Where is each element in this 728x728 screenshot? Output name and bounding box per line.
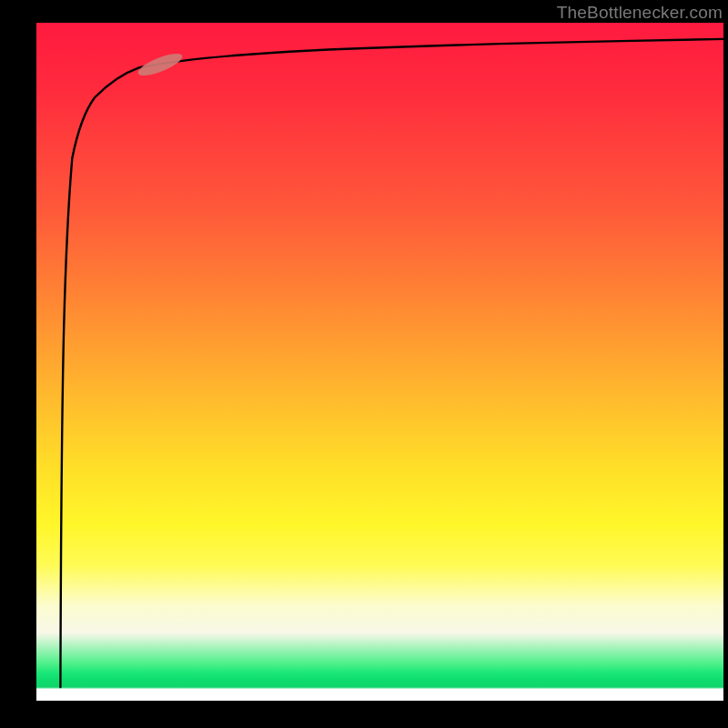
curve-layer xyxy=(36,23,723,701)
bottleneck-curve xyxy=(60,39,723,687)
chart-frame: TheBottlenecker.com xyxy=(0,0,728,728)
curve-marker xyxy=(136,49,185,79)
watermark-text: TheBottlenecker.com xyxy=(557,3,723,23)
svg-point-0 xyxy=(136,49,185,79)
